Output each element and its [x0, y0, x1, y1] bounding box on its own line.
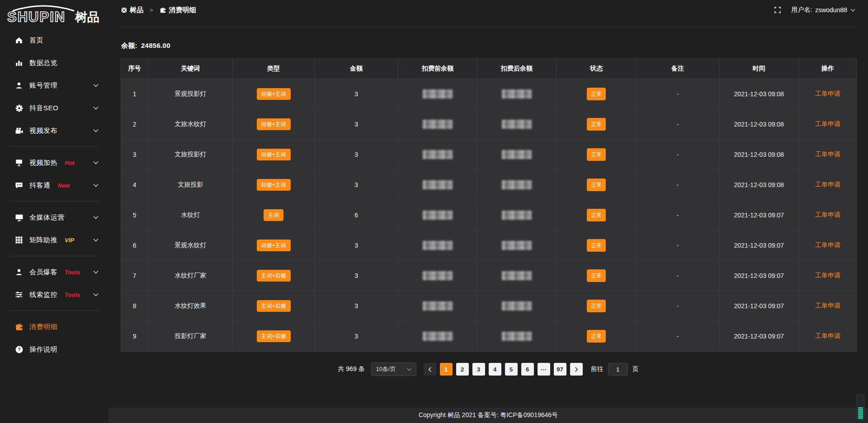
cell-keyword: 水纹灯 — [148, 200, 233, 230]
redacted-value — [423, 271, 453, 280]
next-page-button[interactable] — [570, 363, 583, 376]
sidebar: SHUPIN 树品 首页 数据总览 账号管理 — [0, 0, 108, 423]
cell-balance-after — [477, 261, 557, 291]
cell-amount: 3 — [314, 109, 398, 140]
float-widget-bars — [858, 407, 863, 419]
breadcrumb-item-current[interactable]: 消费明细 — [160, 6, 196, 14]
menu-divider — [10, 146, 99, 147]
fullscreen-icon[interactable] — [774, 6, 781, 14]
col-header-type: 类型 — [233, 59, 315, 79]
redacted-value — [502, 241, 532, 250]
question-icon: ? — [14, 345, 24, 354]
cell-index: 2 — [121, 109, 148, 140]
cell-status: 正常 — [557, 230, 637, 261]
work-order-link[interactable]: 工单申请 — [815, 120, 840, 127]
page-button-2[interactable]: 2 — [456, 363, 469, 376]
page-button-4[interactable]: 4 — [489, 363, 501, 376]
work-order-link[interactable]: 工单申请 — [815, 211, 840, 218]
status-badge: 正常 — [587, 269, 606, 282]
screen-icon — [14, 158, 24, 167]
sidebar-item-douyin-seo[interactable]: 抖音SEO — [0, 97, 108, 119]
cell-index: 3 — [121, 140, 148, 170]
page-button-97[interactable]: 97 — [554, 363, 566, 376]
sidebar-item-account-management[interactable]: 账号管理 — [0, 74, 108, 97]
col-header-index: 序号 — [121, 59, 148, 79]
page-button-5[interactable]: 5 — [505, 363, 518, 376]
cell-time: 2021-12-03 09:07 — [719, 200, 799, 230]
redacted-value — [502, 180, 532, 189]
page-button-3[interactable]: 3 — [472, 363, 485, 376]
cell-remark: - — [637, 109, 719, 140]
page-button-1[interactable]: 1 — [440, 363, 453, 376]
float-widget[interactable] — [857, 394, 864, 420]
breadcrumb-item-home[interactable]: 树品 — [121, 6, 143, 14]
cell-amount: 3 — [314, 261, 398, 291]
work-order-link[interactable]: 工单申请 — [815, 150, 840, 158]
work-order-link[interactable]: 工单申请 — [815, 272, 840, 279]
col-header-action: 操作 — [799, 59, 857, 79]
sidebar-item-video-heat[interactable]: 视频加热 Hot — [0, 151, 108, 174]
sidebar-item-member-baoke[interactable]: 会员爆客 Tools — [0, 261, 108, 283]
sidebar-item-label: 数据总览 — [29, 59, 57, 67]
cell-type: 前缀+主词 — [233, 140, 315, 170]
sidebar-item-label: 全媒体运营 — [29, 213, 65, 222]
goto-suffix: 页 — [632, 365, 639, 373]
cell-action: 工单申请 — [799, 321, 857, 352]
redacted-value — [423, 180, 453, 189]
cell-time: 2021-12-03 09:08 — [719, 140, 799, 170]
header-right: 用户名: zswodun88 — [774, 6, 855, 14]
cell-type: 前缀+主词 — [233, 170, 315, 200]
cell-remark: - — [637, 261, 719, 291]
page-button-6[interactable]: 6 — [521, 363, 534, 376]
sidebar-item-all-media[interactable]: 全媒体运营 — [0, 206, 108, 229]
cell-status: 正常 — [557, 261, 637, 291]
cell-balance-before — [398, 291, 477, 321]
prev-page-button[interactable] — [424, 363, 436, 376]
sidebar-item-matrix-boost[interactable]: 矩阵助推 VIP — [0, 229, 108, 251]
chevron-down-icon — [93, 106, 99, 110]
col-header-amount: 金额 — [314, 59, 398, 79]
cell-keyword: 水纹灯效果 — [148, 291, 233, 321]
sidebar-item-label: 会员爆客 — [29, 268, 57, 277]
work-order-link[interactable]: 工单申请 — [815, 90, 840, 97]
vip-tag: VIP — [65, 237, 74, 244]
work-order-link[interactable]: 工单申请 — [815, 332, 840, 339]
sidebar-item-lead-monitor[interactable]: 线索监控 Tools — [0, 283, 108, 306]
work-order-link[interactable]: 工单申请 — [815, 181, 840, 188]
balance-value: 24856.00 — [141, 42, 170, 49]
table-row: 5 水纹灯 主词 6 正常 - 2021-12-03 09:07 工单申请 — [121, 200, 857, 230]
sidebar-item-video-publish[interactable]: 视频发布 — [0, 119, 108, 142]
sidebar-item-home[interactable]: 首页 — [0, 29, 108, 52]
cell-type: 前缀+主词 — [233, 79, 315, 109]
redacted-value — [423, 301, 453, 310]
col-header-keyword: 关键词 — [148, 59, 233, 79]
sidebar-item-consumption-detail[interactable]: 消费明细 — [0, 315, 108, 338]
sidebar-item-data-overview[interactable]: 数据总览 — [0, 52, 108, 74]
more-pages-button[interactable]: ··· — [538, 363, 550, 376]
sliders-icon — [14, 290, 24, 299]
redacted-value — [423, 241, 453, 250]
cell-time: 2021-12-03 09:08 — [719, 79, 799, 109]
cell-status: 正常 — [557, 79, 637, 109]
goto-page-input[interactable] — [608, 363, 628, 376]
chevron-left-icon — [428, 367, 432, 372]
cell-time: 2021-12-03 09:07 — [719, 230, 799, 261]
sidebar-item-label: 消费明细 — [29, 323, 57, 331]
cell-time: 2021-12-03 09:08 — [719, 170, 799, 200]
work-order-link[interactable]: 工单申请 — [815, 241, 840, 249]
page-size-select[interactable]: 10条/页 — [371, 362, 416, 376]
chevron-down-icon — [93, 183, 99, 187]
sidebar-item-douketong[interactable]: 抖客通 New — [0, 174, 108, 197]
sidebar-item-instructions[interactable]: ? 操作说明 — [0, 338, 108, 361]
cell-balance-after — [477, 200, 557, 230]
sidebar-item-label: 抖音SEO — [29, 104, 58, 113]
cell-amount: 3 — [314, 140, 398, 170]
redacted-value — [423, 150, 453, 159]
consumption-table-wrap: 序号 关键词 类型 金额 扣费前余额 扣费后余额 状态 备注 时间 操作 1 景… — [121, 58, 857, 352]
tools-tag: Tools — [65, 269, 80, 276]
work-order-link[interactable]: 工单申请 — [815, 302, 840, 309]
cell-type: 主词+后缀 — [233, 321, 315, 352]
brand-cn: 树品 — [75, 10, 99, 24]
cell-amount: 3 — [314, 321, 398, 352]
user-menu[interactable]: 用户名: zswodun88 — [791, 6, 855, 14]
